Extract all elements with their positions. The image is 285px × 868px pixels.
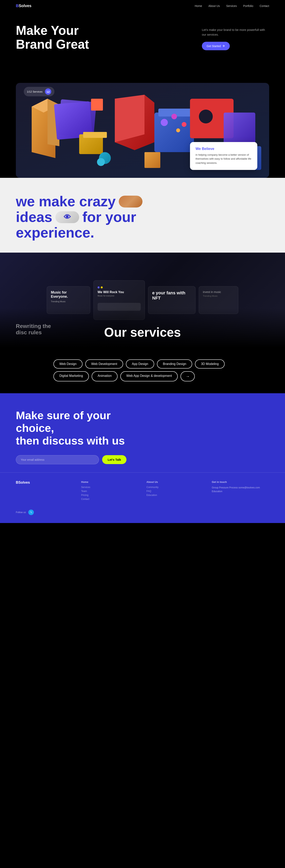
believe-text: in helping company become a better versi… <box>196 153 252 165</box>
tagline-line2: ideas 👁 for your <box>16 209 269 225</box>
badge-number: 12 <box>45 88 51 95</box>
footer: BSolves Home Services Team Pricing Conta… <box>0 472 285 523</box>
cta-title: Make sure of your choice, then discuss w… <box>16 409 135 447</box>
hero-right: Let's make your brand to be more powerfu… <box>202 24 269 50</box>
nav-contact[interactable]: Contact <box>260 4 269 7</box>
tagline-line1: we make crazy <box>16 194 269 209</box>
hero-subtitle: Let's make your brand to be more powerfu… <box>202 28 269 37</box>
hero-image: We Believe in helping company become a b… <box>16 83 269 178</box>
footer-link-community[interactable]: Community <box>146 486 204 489</box>
card-title-music: Music forEveryone. <box>51 290 86 299</box>
footer-contact-text: Group Pressure Process some@bsolves.com … <box>212 486 269 493</box>
hero-left: Make Your Brand Great <box>16 24 99 52</box>
invest-text: invest in music <box>203 290 234 293</box>
footer-col-about: About Us Community FAQ Education <box>146 480 204 502</box>
hero-title: Make Your Brand Great <box>16 24 99 52</box>
footer-link-education[interactable]: Education <box>146 494 204 497</box>
tagline-text3: experience. <box>16 225 94 241</box>
footer-link-pricing[interactable]: Pricing <box>81 494 139 497</box>
nav-portfolio[interactable]: Portfolio <box>243 4 253 7</box>
service-tag-webdev[interactable]: Web Development <box>85 360 123 369</box>
footer-link-faq[interactable]: FAQ <box>146 490 204 493</box>
service-tag-digitalmarketing[interactable]: Digital Marketing <box>53 371 89 381</box>
dashboard-bg: Music forEveryone. Trending Music We Wil… <box>0 253 285 347</box>
svg-rect-20 <box>224 113 255 144</box>
nav-home[interactable]: Home <box>195 4 202 7</box>
dot-yellow <box>101 286 103 288</box>
svg-point-16 <box>182 122 187 127</box>
twitter-icon[interactable]: 𝕏 <box>28 509 34 515</box>
nft-text: e your fans withNFT <box>152 290 191 301</box>
services-arrow-button[interactable]: → <box>180 371 195 381</box>
footer-logo: BSolves <box>16 480 73 485</box>
service-tag-webdesign[interactable]: Web Design <box>53 360 83 369</box>
follow-row: Follow us 𝕏 <box>16 509 269 515</box>
app-tagline: We Will Rock You <box>97 290 141 294</box>
service-tag-appdesign[interactable]: App Design <box>126 360 154 369</box>
footer-link-team[interactable]: Team <box>81 490 139 493</box>
eye-icon: 👁 <box>64 213 71 221</box>
tagline-badge-eye: 👁 <box>55 211 79 223</box>
services-badge: 1/12 Services 12 <box>24 87 54 96</box>
hero-section: Make Your Brand Great Let's make your br… <box>0 12 285 79</box>
nav-links: Home About Us Services Portfolio Contact <box>195 4 269 7</box>
trending-label: Trending Music <box>203 295 234 297</box>
navbar: BSolves Home About Us Services Portfolio… <box>0 0 285 12</box>
get-started-button[interactable]: Get Started ✈ <box>202 42 230 50</box>
footer-col3-title: Get in touch <box>212 480 269 484</box>
footer-grid: BSolves Home Services Team Pricing Conta… <box>16 480 269 502</box>
cta-section: Make sure of your choice, then discuss w… <box>0 393 285 472</box>
believe-heading: We Believe <box>196 147 252 151</box>
dashboard-section: Music forEveryone. Trending Music We Wil… <box>0 253 285 347</box>
app-sub: Music for everyone <box>97 295 141 297</box>
logo: BSolves <box>16 4 31 8</box>
nav-services[interactable]: Services <box>226 4 237 7</box>
believe-card: We Believe in helping company become a b… <box>190 142 257 170</box>
footer-col1-title: Home <box>81 480 139 484</box>
app-dots <box>97 286 141 288</box>
footer-col2-title: About Us <box>146 480 204 484</box>
tagline-text2b: for your <box>82 209 136 225</box>
image-section: 1/12 Services 12 <box>0 79 285 178</box>
footer-col-home: Home Services Team Pricing Contact <box>81 480 139 502</box>
service-tag-animation[interactable]: Animation <box>92 371 118 381</box>
footer-link-contact[interactable]: Contact <box>81 498 139 500</box>
service-tag-3dmodeling[interactable]: 3D Modeling <box>195 360 225 369</box>
svg-rect-9 <box>83 132 107 138</box>
svg-rect-23 <box>144 152 160 168</box>
svg-point-15 <box>171 114 177 119</box>
svg-point-14 <box>161 119 168 126</box>
svg-marker-7 <box>115 95 144 142</box>
service-tag-branding[interactable]: Branding Design <box>157 360 192 369</box>
lets-talk-button[interactable]: Let's Talk <box>102 455 126 464</box>
service-tag-webappdev[interactable]: Web App Design & development <box>120 371 178 381</box>
tagline-badge-wood <box>119 196 142 208</box>
dot-blue <box>97 286 99 288</box>
svg-point-17 <box>176 128 180 132</box>
nav-about[interactable]: About Us <box>208 4 220 7</box>
footer-col-contact: Get in touch Group Pressure Process some… <box>212 480 269 502</box>
services-tags: Web Design Web Development App Design Br… <box>53 360 232 381</box>
email-row: Let's Talk <box>16 455 269 464</box>
services-section: Web Design Web Development App Design Br… <box>0 347 285 393</box>
tagline-line3: experience. <box>16 225 269 241</box>
svg-rect-22 <box>91 99 103 111</box>
rewriting-text: Rewriting thedisc rules <box>16 323 51 336</box>
badge-label: 1/12 Services <box>27 90 42 93</box>
arrow-icon: ✈ <box>223 44 225 48</box>
svg-point-13 <box>97 158 105 166</box>
tagline-text2a: ideas <box>16 209 52 225</box>
svg-point-19 <box>199 110 213 123</box>
logo-text: BSolves <box>16 4 31 8</box>
footer-link-services[interactable]: Services <box>81 486 139 489</box>
tagline-section: we make crazy ideas 👁 for your experienc… <box>0 178 285 253</box>
follow-label: Follow us <box>16 511 26 514</box>
dashboard-bottom-left: Rewriting thedisc rules <box>16 323 51 336</box>
tagline-text1: we make crazy <box>16 194 116 209</box>
email-input[interactable] <box>16 455 99 464</box>
footer-brand: BSolves <box>16 480 73 502</box>
